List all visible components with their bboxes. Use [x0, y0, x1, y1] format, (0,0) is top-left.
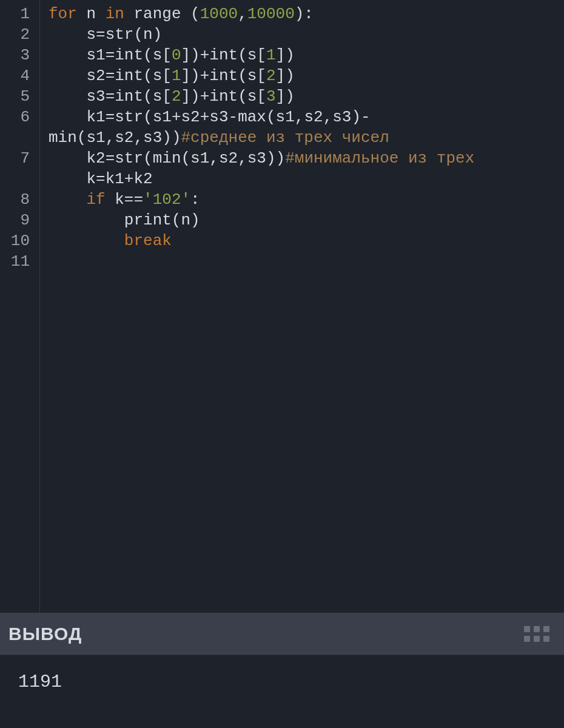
code-line: if k=='102':: [49, 190, 200, 209]
output-text: 1191: [18, 672, 62, 692]
code-line: k1=str(s1+s2+s3-max(s1,s2,s3)-: [49, 108, 371, 126]
line-number: 8: [0, 189, 39, 210]
code-line: for n in range (1000,10000):: [49, 5, 314, 23]
code-line: s3=int(s[2])+int(s[3]): [49, 87, 295, 106]
output-panel-body: 1191: [0, 655, 564, 728]
code-line: s1=int(s[0])+int(s[1]): [49, 46, 295, 64]
line-number-wrap: [0, 127, 39, 148]
code-line: min(s1,s2,s3))#среднее из трех чисел: [49, 129, 389, 147]
code-line: k=k1+k2: [49, 170, 153, 188]
output-panel-header[interactable]: ВЫВОД: [0, 613, 564, 655]
code-editor[interactable]: 1 2 3 4 5 6 7 8 9 10 11 for n in range (…: [0, 0, 564, 613]
code-line: s=str(n): [49, 25, 162, 44]
code-line: print(n): [49, 211, 200, 229]
drag-handle-icon[interactable]: [524, 626, 549, 642]
code-line: k2=str(min(s1,s2,s3))#минимальное из тре…: [49, 149, 474, 167]
code-area[interactable]: for n in range (1000,10000): s=str(n) s1…: [40, 0, 564, 613]
line-number: 9: [0, 210, 39, 231]
code-line: s2=int(s[1])+int(s[2]): [49, 67, 295, 85]
line-number: 6: [0, 107, 39, 127]
line-number: 10: [0, 231, 39, 251]
line-number-gutter: 1 2 3 4 5 6 7 8 9 10 11: [0, 0, 40, 613]
line-number: 2: [0, 24, 39, 45]
line-number: 5: [0, 86, 39, 107]
line-number: 1: [0, 4, 39, 24]
code-line: break: [49, 232, 172, 250]
line-number: 3: [0, 45, 39, 66]
line-number: 4: [0, 66, 39, 86]
line-number: 11: [0, 251, 39, 272]
line-number-wrap: [0, 169, 39, 189]
line-number: 7: [0, 148, 39, 169]
output-title: ВЫВОД: [8, 624, 82, 644]
